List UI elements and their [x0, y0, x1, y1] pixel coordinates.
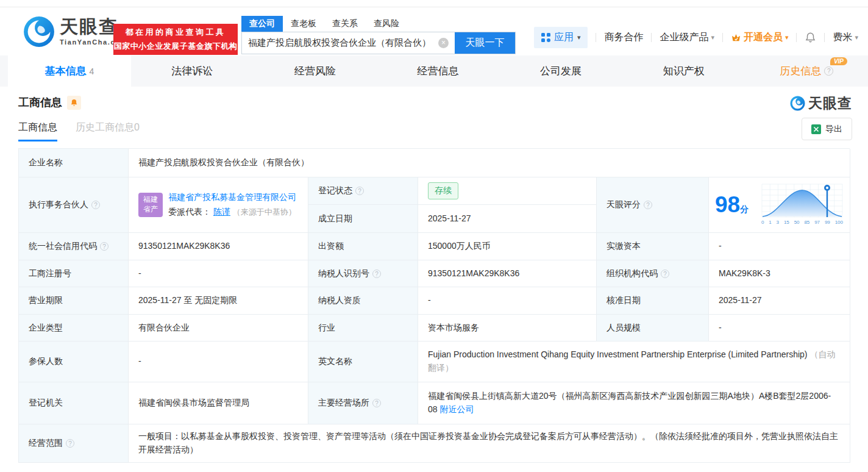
- field-main-address-value: 福建省闽侯县上街镇高新大道20号（福州高新区海西高新技术产业园创新园三期A地块）…: [418, 382, 850, 424]
- help-icon[interactable]: ?: [644, 201, 652, 209]
- vip-crown-icon: [731, 33, 741, 42]
- help-icon[interactable]: ?: [824, 66, 833, 76]
- help-icon[interactable]: ?: [355, 187, 364, 195]
- search-tab-boss[interactable]: 查老板: [283, 16, 324, 32]
- search-tab-risk[interactable]: 查风险: [366, 16, 407, 32]
- field-capital-value: 150000万人民币: [418, 233, 597, 260]
- tab-label: 公司发展: [540, 64, 582, 78]
- divider: [596, 33, 596, 42]
- open-vip-label: 开通会员: [744, 31, 783, 44]
- score-number: 98: [715, 192, 740, 217]
- top-strip: [0, 0, 868, 7]
- field-industry-label: 行业: [308, 315, 418, 341]
- field-company-type-value: 有限合伙企业: [129, 315, 308, 341]
- chevron-down-icon: ▾: [711, 34, 714, 41]
- tab-label: 经营风险: [294, 64, 336, 78]
- tianyancha-logo-icon: [23, 16, 55, 48]
- search-tab-relation[interactable]: 查关系: [324, 16, 366, 32]
- field-approval-date-value: 2025-11-27: [709, 287, 850, 315]
- nav-enterprise-product[interactable]: 企业级产品 ▾: [660, 31, 714, 44]
- search-tab-company[interactable]: 查公司: [241, 16, 283, 32]
- site-header: 天眼查 TianYanCha.com 都在用的商业查询工具 国家中小企业发展子基…: [0, 7, 868, 55]
- watermark-logo: 天眼查: [790, 94, 852, 113]
- field-uscc-label: 统一社会信用代码?: [19, 233, 129, 260]
- field-english-name-label: 英文名称: [308, 341, 418, 382]
- tab-intellectual-property[interactable]: 知识产权: [622, 55, 745, 87]
- tab-history-info[interactable]: VIP 历史信息 ?: [745, 55, 868, 87]
- help-icon[interactable]: ?: [91, 201, 100, 209]
- search-box: × 天眼一下: [241, 32, 516, 54]
- help-icon[interactable]: ?: [661, 270, 669, 278]
- section-header: 工商信息 天眼查: [18, 95, 850, 110]
- field-reg-authority-value: 福建省闽侯县市场监督管理局: [129, 382, 308, 424]
- subtab-history-business-info[interactable]: 历史工商信息0: [76, 121, 140, 141]
- help-icon[interactable]: ?: [100, 242, 108, 251]
- field-executive-partner-value: 福建 省产 福建省产投私募基金管理有限公司 委派代表： 陈谨 （来源于中基协）: [129, 177, 308, 233]
- tab-operation-risk[interactable]: 经营风险: [254, 55, 377, 87]
- chevron-down-icon: ▾: [855, 34, 858, 41]
- rep-name-link[interactable]: 陈谨: [213, 207, 230, 216]
- nearby-companies-link[interactable]: 附近公司: [439, 404, 474, 414]
- partner-avatar: 福建 省产: [138, 193, 163, 217]
- user-menu[interactable]: 费米 ▾: [833, 31, 858, 44]
- clear-search-icon[interactable]: ×: [438, 38, 449, 48]
- help-icon[interactable]: ?: [372, 270, 381, 278]
- search-input[interactable]: [242, 32, 438, 54]
- watermark-logo-text: 天眼查: [808, 94, 852, 113]
- divider: [796, 33, 797, 42]
- site-logo[interactable]: 天眼查 TianYanCha.com: [23, 16, 127, 48]
- field-staff-size-value: -: [709, 315, 850, 341]
- section-title: 工商信息: [18, 95, 62, 110]
- tab-legal-litigation[interactable]: 法律诉讼: [131, 55, 254, 87]
- business-info-table: 企业名称 福建产投启航股权投资合伙企业（有限合伙） 执行事务合伙人? 福建 省产…: [18, 148, 850, 463]
- field-est-date-label: 成立日期: [308, 205, 418, 233]
- tab-label: 经营信息: [418, 64, 459, 78]
- divider: [824, 33, 825, 42]
- field-paid-capital-label: 实缴资本: [597, 233, 709, 260]
- partner-company-link[interactable]: 福建省产投私募基金管理有限公司: [168, 191, 296, 204]
- field-reg-no-label: 工商注册号: [19, 260, 129, 287]
- rep-label: 委派代表：: [168, 207, 211, 216]
- tab-operation-info[interactable]: 经营信息: [377, 55, 500, 87]
- search-area: 查公司 查老板 查关系 查风险 × 天眼一下: [241, 16, 516, 54]
- tab-basic-info-count: 4: [89, 66, 94, 76]
- tianyancha-logo-icon: [790, 96, 805, 111]
- field-main-address-label: 主要经营场所?: [308, 382, 418, 424]
- field-taxpayer-quality-label: 纳税人资质: [308, 287, 418, 315]
- field-biz-term-label: 营业期限: [19, 287, 129, 315]
- score-unit: 分: [740, 204, 749, 214]
- field-reg-no-value: -: [129, 260, 308, 287]
- field-company-name-label: 企业名称: [19, 149, 129, 177]
- brand-slogan-banner: 都在用的商业查询工具 国家中小企业发展子基金旗下机构: [113, 24, 238, 55]
- search-button[interactable]: 天眼一下: [455, 32, 515, 54]
- chevron-down-icon: ▾: [577, 34, 581, 41]
- subtab-business-info[interactable]: 工商信息: [18, 121, 57, 141]
- export-button-label: 导出: [825, 124, 842, 135]
- apps-menu[interactable]: 应用 ▾: [534, 27, 588, 48]
- field-approval-date-label: 核准日期: [597, 287, 709, 315]
- monitor-bell-icon[interactable]: [67, 96, 81, 110]
- tab-basic-info[interactable]: 基本信息 4: [8, 55, 131, 87]
- help-icon[interactable]: ?: [66, 439, 74, 448]
- field-score-value: 98分: [709, 177, 850, 233]
- tab-company-development[interactable]: 公司发展: [499, 55, 622, 87]
- field-biz-scope-label: 经营范围?: [19, 424, 129, 463]
- field-insured-count-value: -: [129, 341, 308, 382]
- notification-bell-icon[interactable]: [805, 32, 816, 43]
- field-company-name-value: 福建产投启航股权投资合伙企业（有限合伙）: [129, 149, 850, 177]
- slogan-line1: 都在用的商业查询工具: [126, 26, 226, 39]
- field-uscc-value: 91350121MAK29K8K36: [129, 233, 308, 260]
- nav-business-coop[interactable]: 商务合作: [604, 31, 643, 44]
- open-vip-button[interactable]: 开通会员 ▾: [731, 31, 789, 44]
- status-badge: 存续: [428, 182, 458, 199]
- score-chart-ticks: 01 315 5085 9799 100: [761, 218, 844, 226]
- rep-source: （来源于中基协）: [233, 207, 296, 216]
- help-icon[interactable]: ?: [372, 399, 381, 407]
- field-org-code-label: 组织机构代码?: [597, 260, 709, 287]
- export-button[interactable]: 导出: [802, 118, 852, 140]
- tab-label: 历史信息: [780, 64, 821, 78]
- username-label: 费米: [833, 31, 852, 44]
- tab-label: 法律诉讼: [171, 64, 213, 78]
- field-reg-status-value: 存续: [418, 177, 597, 205]
- apps-menu-label: 应用: [554, 31, 574, 44]
